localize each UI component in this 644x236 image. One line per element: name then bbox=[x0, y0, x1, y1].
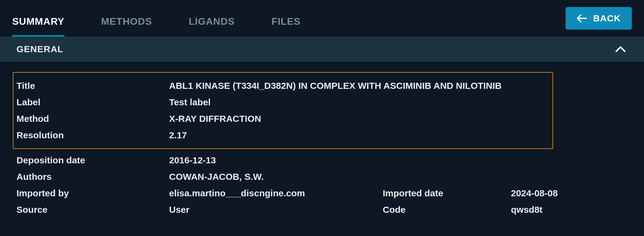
field-value: 2024-08-08 bbox=[511, 185, 632, 202]
field-value: qwsd8t bbox=[511, 202, 632, 218]
row-title: Title ABL1 KINASE (T334I_D382N) IN COMPL… bbox=[16, 78, 552, 94]
section-body-general: Title ABL1 KINASE (T334I_D382N) IN COMPL… bbox=[0, 62, 644, 230]
field-label: Imported by bbox=[16, 185, 169, 202]
field-value: elisa.martino___discngine.com bbox=[169, 185, 383, 202]
field-label: Source bbox=[16, 202, 169, 218]
field-label: Title bbox=[16, 78, 169, 94]
field-value: ABL1 KINASE (T334I_D382N) IN COMPLEX WIT… bbox=[169, 78, 502, 94]
row-resolution: Resolution 2.17 bbox=[16, 127, 552, 143]
row-deposition: Deposition date 2016-12-13 bbox=[16, 152, 632, 169]
tab-ligands[interactable]: LIGANDS bbox=[189, 7, 235, 37]
section-title: GENERAL bbox=[16, 44, 63, 54]
section-header-general[interactable]: GENERAL bbox=[0, 37, 644, 62]
field-value: X-RAY DIFFRACTION bbox=[169, 111, 383, 127]
back-button[interactable]: BACK bbox=[566, 7, 632, 30]
field-value: 2.17 bbox=[169, 127, 383, 143]
field-value: Test label bbox=[169, 94, 383, 111]
arrow-left-icon bbox=[577, 14, 587, 23]
field-label: Deposition date bbox=[16, 152, 169, 169]
field-value: 2016-12-13 bbox=[169, 152, 383, 169]
row-authors: Authors COWAN-JACOB, S.W. bbox=[16, 169, 632, 185]
field-value: COWAN-JACOB, S.W. bbox=[169, 169, 383, 185]
row-method: Method X-RAY DIFFRACTION bbox=[16, 111, 552, 127]
top-bar: SUMMARY METHODS LIGANDS FILES BACK bbox=[0, 0, 644, 37]
field-label: Resolution bbox=[16, 127, 169, 143]
field-label: Code bbox=[383, 202, 511, 218]
field-value: User bbox=[169, 202, 383, 218]
field-label: Imported date bbox=[383, 185, 511, 202]
row-source: Source User Code qwsd8t bbox=[16, 202, 632, 218]
tab-strip: SUMMARY METHODS LIGANDS FILES bbox=[12, 0, 301, 37]
highlight-box: Title ABL1 KINASE (T334I_D382N) IN COMPL… bbox=[13, 72, 553, 149]
tab-methods[interactable]: METHODS bbox=[101, 7, 152, 37]
row-label: Label Test label bbox=[16, 94, 552, 111]
tab-files[interactable]: FILES bbox=[271, 7, 301, 37]
row-imported: Imported by elisa.martino___discngine.co… bbox=[16, 185, 632, 202]
back-button-label: BACK bbox=[593, 13, 621, 24]
field-label: Method bbox=[16, 111, 169, 127]
tab-summary[interactable]: SUMMARY bbox=[12, 7, 64, 37]
field-label: Label bbox=[16, 94, 169, 111]
field-label: Authors bbox=[16, 169, 169, 185]
chevron-up-icon bbox=[615, 46, 626, 52]
